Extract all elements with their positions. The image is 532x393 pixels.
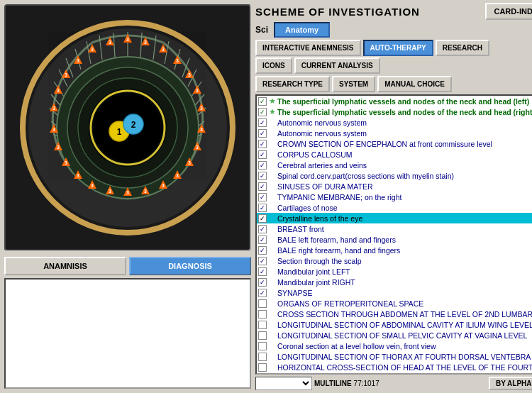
sci-row: Sci Anatomy	[255, 22, 532, 38]
list-item-text: Autonomic nervous system	[277, 129, 367, 138]
icons-button[interactable]: ICONS	[255, 57, 292, 74]
list-checkbox[interactable]: ✓	[258, 214, 267, 223]
svg-text:3: 3	[109, 189, 111, 194]
current-analysis-button[interactable]: CURRENT ANALYSIS	[294, 57, 380, 74]
manual-choice-button[interactable]: MANUAL CHOICE	[377, 76, 452, 92]
list-container[interactable]: ✓★The superficial lymphatic vessels and …	[255, 94, 532, 375]
research-button[interactable]: RESEARCH	[436, 40, 489, 56]
by-alphabet-button[interactable]: BY ALPHABET	[489, 377, 532, 390]
svg-text:3: 3	[109, 40, 111, 45]
auto-therapy-button[interactable]: AUTO-THERAPY	[363, 40, 433, 56]
list-checkbox[interactable]: ✓	[258, 236, 267, 244]
list-item[interactable]: ★HORIZONTAL CROSS-SECTION OF HEAD AT THE…	[257, 362, 532, 372]
research-type-button[interactable]: RESEARCH TYPE	[255, 76, 330, 92]
anatomy-button[interactable]: Anatomy	[274, 22, 330, 38]
list-checkbox[interactable]: ✓	[258, 161, 267, 170]
list-item-text: CROWN SECTION OF ENCEPHALON at front com…	[277, 140, 492, 148]
svg-text:3: 3	[200, 106, 203, 111]
list-item[interactable]: ★LONGITUDINAL SECTION OF THORAX AT FOURT…	[257, 351, 532, 362]
page-info: 77:1017	[354, 380, 379, 387]
svg-text:3: 3	[144, 189, 147, 194]
list-item[interactable]: ✓★Crystalline lens of the eye	[257, 213, 532, 223]
list-checkbox[interactable]: ✓	[258, 97, 267, 106]
list-checkbox[interactable]: ✓	[258, 225, 267, 233]
svg-text:3: 3	[52, 127, 55, 132]
list-item-text: BALE left forearm, hand and fingers	[277, 236, 396, 244]
list-checkbox[interactable]: ✓	[258, 118, 267, 127]
list-checkbox[interactable]: ✓	[258, 278, 267, 287]
list-item[interactable]: ✓★Section through the scalp	[257, 255, 532, 266]
list-checkbox[interactable]: ✓	[258, 182, 267, 191]
toolbar-row-2: ICONS CURRENT ANALYSIS	[255, 57, 532, 74]
svg-text:3: 3	[57, 145, 60, 150]
list-item[interactable]: ✓★Spinal cord.cerv.part(cross sections w…	[257, 170, 532, 181]
list-item[interactable]: ✓★SINUSES OF DURA MATER	[257, 181, 532, 192]
list-item-text: ORGANS OF RETROPERITONEAL SPACE	[277, 299, 423, 308]
list-item[interactable]: ✓★Cartilages of nose	[257, 202, 532, 213]
list-checkbox[interactable]	[258, 342, 267, 350]
list-item[interactable]: ✓★BALE right forearm, hand and fingers	[257, 245, 532, 255]
list-checkbox[interactable]: ✓	[258, 289, 267, 297]
list-item[interactable]: ✓★BALE left forearm, hand and fingers	[257, 234, 532, 245]
svg-text:3: 3	[188, 160, 191, 165]
list-item[interactable]: ★Coronal section at a level hollow vein,…	[257, 341, 532, 351]
list-item[interactable]: ✓★The superficial lymphatic vessels and …	[257, 96, 532, 106]
list-item[interactable]: ✓★TYMPANIC MEMBRANE; on the right	[257, 192, 532, 202]
svg-text:3: 3	[57, 88, 60, 93]
svg-text:3: 3	[176, 173, 179, 178]
list-item[interactable]: ✓★Mandibular joint RIGHT	[257, 277, 532, 287]
list-item[interactable]: ✓★Autonomic nervous system	[257, 128, 532, 138]
list-checkbox[interactable]	[258, 331, 267, 340]
anamnesis-button[interactable]: ANAMNISIS	[4, 257, 126, 275]
right-panel: SCHEME OF INVESTIGATION CARD-INDEX Sci A…	[255, 0, 532, 393]
list-item-text: Section through the scalp	[277, 257, 362, 265]
list-item[interactable]: ✓★Cerebral arteries and veins	[257, 160, 532, 170]
list-checkbox[interactable]	[258, 363, 267, 372]
list-item[interactable]: ★CROSS SECTION THROUGH ABDOMEN AT THE LE…	[257, 309, 532, 319]
list-item[interactable]: ✓★The superficial lymphatic vessels and …	[257, 106, 532, 117]
list-item[interactable]: ✓★Autonomic nervous system	[257, 117, 532, 128]
svg-text:3: 3	[52, 106, 55, 111]
svg-text:3: 3	[188, 72, 191, 77]
list-checkbox[interactable]	[258, 353, 267, 361]
svg-text:2: 2	[131, 120, 136, 130]
diagnosis-button[interactable]: DIAGNOSIS	[129, 257, 251, 275]
list-checkbox[interactable]	[258, 299, 267, 308]
svg-text:3: 3	[162, 183, 165, 188]
bottom-bar: MULTILINE 77:1017 BY ALPHABET	[255, 377, 532, 390]
list-item[interactable]: ✓★BREAST front	[257, 223, 532, 234]
list-checkbox[interactable]: ✓	[258, 140, 267, 148]
list-checkbox[interactable]	[258, 310, 267, 319]
list-checkbox[interactable]	[258, 374, 267, 375]
list-checkbox[interactable]	[258, 321, 267, 329]
list-item[interactable]: ★LONGITUDINAL SECTION OF SMALL PELVIC CA…	[257, 330, 532, 341]
list-checkbox[interactable]: ✓	[258, 172, 267, 180]
list-item[interactable]: ✓★CORPUS CALLOSUM	[257, 149, 532, 160]
dropdown-select[interactable]	[255, 377, 312, 390]
list-item-text: LONGITUDINAL SECTION OF SMALL PELVIC CAV…	[277, 331, 527, 340]
list-item[interactable]: ★ORGANS OF RETROPERITONEAL SPACE	[257, 298, 532, 309]
list-item-text: CORPUS CALLOSUM	[277, 150, 353, 159]
interactive-anemnesis-button[interactable]: INTERACTIVE ANEMNESIS	[255, 40, 361, 56]
svg-text:3: 3	[144, 40, 147, 45]
list-checkbox[interactable]: ✓	[258, 150, 267, 159]
list-checkbox[interactable]: ✓	[258, 267, 267, 276]
list-checkbox[interactable]: ✓	[258, 129, 267, 138]
list-item[interactable]: ✓★Mandibular joint LEFT	[257, 266, 532, 277]
scheme-title: SCHEME OF INVESTIGATION	[255, 6, 420, 18]
list-checkbox[interactable]: ✓	[258, 108, 267, 116]
list-item-text: Cartilages of nose	[277, 204, 338, 212]
list-item[interactable]: ✓★SYNAPSE	[257, 287, 532, 298]
list-item[interactable]: ✓★CROWN SECTION OF ENCEPHALON at front c…	[257, 138, 532, 149]
list-checkbox[interactable]: ✓	[258, 246, 267, 255]
list-item-text: TYMPANIC MEMBRANE; on the right	[277, 193, 401, 201]
list-item-text: SYNAPSE	[277, 289, 313, 297]
card-index-button[interactable]: CARD-INDEX	[485, 3, 532, 20]
list-checkbox[interactable]: ✓	[258, 257, 267, 265]
list-checkbox[interactable]: ✓	[258, 204, 267, 212]
list-checkbox[interactable]: ✓	[258, 193, 267, 201]
system-button[interactable]: SYSTEM	[332, 76, 375, 92]
svg-text:1: 1	[117, 127, 122, 137]
list-item[interactable]: ★LONGITUDINAL SECTION OF ABDOMINAL CAVIT…	[257, 319, 532, 330]
list-item[interactable]: ★CROSS - SECTION OF NECK	[257, 372, 532, 375]
